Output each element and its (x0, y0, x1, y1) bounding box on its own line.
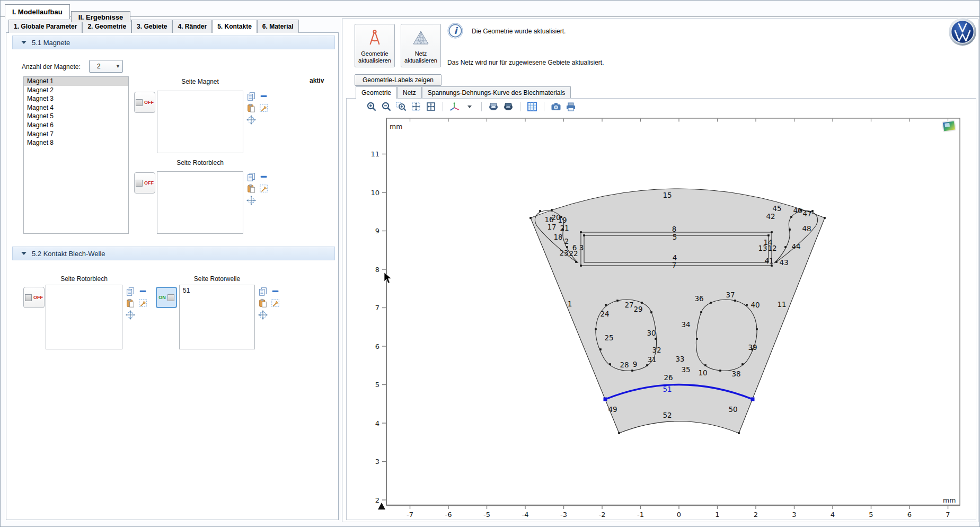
zoom-out-icon[interactable] (381, 101, 392, 112)
magnet-list-item[interactable]: Magnet 7 (24, 130, 128, 139)
zoom-selected-icon[interactable] (126, 310, 135, 320)
contact-boundary-value: 51 (180, 285, 254, 296)
remove-icon[interactable] (259, 92, 269, 101)
snapshot-icon[interactable] (550, 101, 562, 112)
view-tab-geometrie[interactable]: Geometrie (356, 86, 397, 99)
copy-icon[interactable] (258, 287, 268, 296)
paste-icon[interactable] (246, 103, 256, 113)
fit-view-icon[interactable] (425, 101, 437, 112)
edge-label-23: 23 (559, 249, 568, 257)
zoom-box-icon[interactable] (395, 101, 407, 112)
edge-label-1: 1 (568, 300, 572, 308)
x-tick-label: 2 (754, 511, 758, 519)
update-mesh-button[interactable]: Netz aktualisieren (401, 24, 441, 67)
zoom-extents-icon[interactable] (410, 101, 422, 112)
side-rotorblech-toggle[interactable]: OFF (134, 172, 155, 194)
collapse-triangle-icon (21, 41, 27, 44)
axes-orientation-icon[interactable] (449, 101, 461, 112)
clear-selection-icon[interactable] (271, 298, 280, 308)
view-tab-spannungs-dehnungs-kurve-des-blechmaterials[interactable]: Spannungs-Dehnungs-Kurve des Blechmateri… (422, 86, 571, 99)
geometry-plot[interactable]: -7-6-5-4-3-2-101234567234567891011 mm mm… (345, 116, 978, 519)
magnet-list-item[interactable]: Magnet 8 (24, 138, 128, 147)
edge-label-19: 19 (558, 216, 567, 224)
edge-label-50: 50 (728, 405, 737, 414)
main-tab-bar: I. ModellaufbauII. Ergebnisse (5, 1, 217, 17)
clear-selection-icon[interactable] (259, 184, 269, 194)
caret-down-icon[interactable] (464, 101, 475, 112)
remove-icon[interactable] (259, 172, 269, 182)
kontakt-rotorblech-icon-cluster (126, 287, 149, 320)
export-image-icon[interactable] (488, 101, 499, 112)
zoom-in-icon[interactable] (366, 101, 377, 112)
zoom-selected-icon[interactable] (258, 310, 268, 320)
unit-label-top: mm (390, 122, 402, 130)
paste-icon[interactable] (258, 298, 268, 308)
paste-icon[interactable] (126, 298, 135, 308)
x-tick-label: -4 (522, 511, 529, 519)
copy-icon[interactable] (246, 92, 256, 101)
magnet-list-item[interactable]: Magnet 6 (24, 121, 128, 130)
section-kontakt-title: 5.2 Kontakt Blech-Welle (32, 250, 105, 258)
grid-icon[interactable] (526, 101, 538, 112)
clear-selection-icon[interactable] (259, 103, 269, 113)
view-tab-netz[interactable]: Netz (397, 86, 422, 99)
zoom-selected-icon[interactable] (246, 115, 256, 125)
magnet-list-item[interactable]: Magnet 2 (24, 86, 128, 95)
magnet-list[interactable]: Magnet 1Magnet 2Magnet 3Magnet 4Magnet 5… (23, 76, 129, 234)
plot-image-icon[interactable] (942, 120, 956, 131)
export-clipboard-icon[interactable] (502, 101, 514, 112)
main-tab-i-modellaufbau[interactable]: I. Modellaufbau (5, 4, 70, 19)
print-icon[interactable] (565, 101, 577, 112)
edge-label-52: 52 (663, 411, 672, 419)
side-magnet-toggle[interactable]: OFF (134, 92, 155, 113)
kontakt-rotorwelle-listbox[interactable]: 51 (179, 285, 255, 349)
y-tick-label: 10 (370, 189, 379, 197)
section-magnete-title: 5.1 Magnete (32, 39, 70, 47)
magnet-list-item[interactable]: Magnet 1 (24, 77, 128, 86)
sub-tab-6-material[interactable]: 6. Material (257, 20, 299, 33)
edge-label-25: 25 (604, 333, 613, 342)
edge-label-39: 39 (748, 343, 757, 352)
copy-icon[interactable] (246, 172, 256, 182)
info-icon: i (447, 23, 463, 41)
kontakt-rotorblech-listbox[interactable] (46, 285, 122, 349)
edge-label-33: 33 (675, 355, 684, 363)
magnet-list-item[interactable]: Magnet 5 (24, 112, 128, 121)
copy-icon[interactable] (126, 287, 135, 296)
magnet-count-dropdown[interactable]: 2 ▼ (89, 60, 123, 73)
x-tick-label: 1 (715, 511, 719, 519)
show-geometry-labels-button[interactable]: Geometrie-Labels zeigen (355, 74, 442, 86)
edge-label-42: 42 (766, 212, 775, 221)
zoom-selected-icon[interactable] (246, 196, 256, 205)
magnet-list-item[interactable]: Magnet 3 (24, 94, 128, 103)
sub-tab-3-gebiete[interactable]: 3. Gebiete (131, 20, 172, 33)
clear-selection-icon[interactable] (138, 298, 148, 308)
kontakt-rotorwelle-toggle[interactable]: ON (156, 287, 177, 308)
side-rotorblech-listbox[interactable] (157, 171, 243, 234)
x-tick-label: 4 (831, 511, 835, 519)
kontakt-rotorblech-toggle[interactable]: OFF (23, 287, 45, 308)
side-magnet-listbox[interactable] (157, 91, 243, 153)
info-message-mesh: Das Netz wird nur für zugewiesene Gebiet… (447, 59, 604, 66)
edge-label-8: 8 (672, 225, 677, 233)
section-magnete-header[interactable]: 5.1 Magnete (12, 36, 335, 49)
update-geometry-button[interactable]: Geometrie aktualisieren (355, 24, 395, 67)
remove-icon[interactable] (138, 287, 148, 296)
sub-tab-5-kontakte[interactable]: 5. Kontakte (212, 20, 257, 33)
y-tick-label: 9 (375, 227, 379, 235)
vw-logo (948, 17, 977, 48)
kontakt-rotorwelle-title: Seite Rotorwelle (179, 275, 255, 283)
x-tick-label: -2 (599, 511, 606, 519)
main-tab-ii-ergebnisse[interactable]: II. Ergebnisse (71, 11, 131, 22)
magnet-list-item[interactable]: Magnet 4 (24, 103, 128, 112)
section-kontakt-header[interactable]: 5.2 Kontakt Blech-Welle (12, 247, 335, 260)
sub-tab-4-ränder[interactable]: 4. Ränder (172, 20, 212, 33)
edge-label-17: 17 (547, 223, 556, 231)
edge-label-41: 41 (764, 257, 773, 265)
x-tick-label: -5 (483, 511, 490, 519)
remove-icon[interactable] (271, 287, 280, 296)
edge-label-45: 45 (772, 204, 781, 213)
paste-icon[interactable] (246, 184, 256, 194)
collapse-triangle-icon (21, 252, 27, 255)
edge-label-28: 28 (620, 361, 629, 369)
